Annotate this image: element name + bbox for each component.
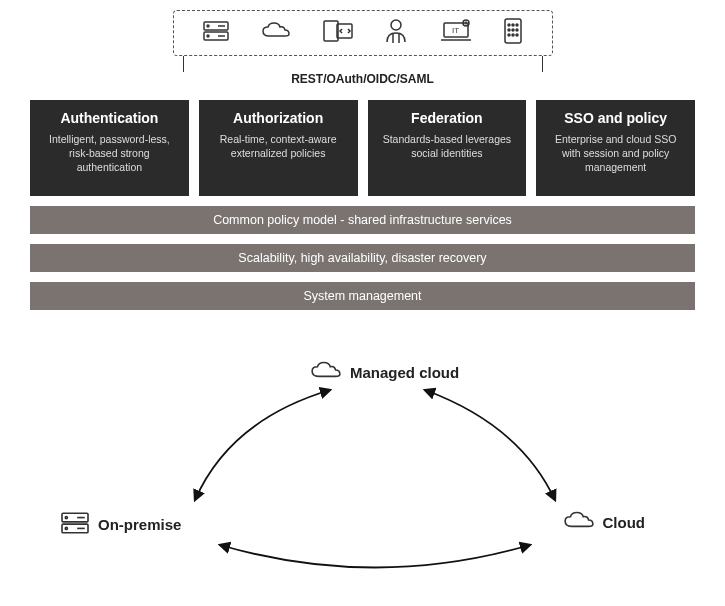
svg-point-20 <box>508 29 510 31</box>
user-icon <box>384 18 408 48</box>
svg-point-3 <box>207 35 209 37</box>
svg-point-17 <box>508 24 510 26</box>
svg-point-19 <box>516 24 518 26</box>
card-title: Authentication <box>40 110 179 126</box>
svg-rect-6 <box>324 21 338 41</box>
bar-policy-model: Common policy model - shared infrastruct… <box>30 206 695 234</box>
card-desc: Standards-based leverages social identit… <box>378 132 517 160</box>
capability-cards: Authentication Intelligent, password-les… <box>30 100 695 196</box>
deployment-diagram: Managed cloud On-premise Cloud <box>30 360 695 590</box>
card-title: SSO and policy <box>546 110 685 126</box>
node-label: Cloud <box>603 514 646 531</box>
node-on-premise: On-premise <box>60 510 181 539</box>
svg-point-28 <box>65 517 67 519</box>
svg-point-29 <box>65 527 67 529</box>
card-desc: Enterprise and cloud SSO with session an… <box>546 132 685 175</box>
svg-point-2 <box>207 25 209 27</box>
card-sso-policy: SSO and policy Enterprise and cloud SSO … <box>536 100 695 196</box>
deployment-arrows <box>30 360 695 590</box>
card-desc: Intelligent, password-less, risk-based s… <box>40 132 179 175</box>
it-laptop-icon: IT <box>440 19 472 47</box>
bar-sysmgmt: System management <box>30 282 695 310</box>
svg-point-18 <box>512 24 514 26</box>
cloud-icon <box>261 21 291 45</box>
node-managed-cloud: Managed cloud <box>310 360 459 385</box>
svg-text:IT: IT <box>452 26 459 35</box>
svg-point-21 <box>512 29 514 31</box>
svg-point-8 <box>391 20 401 30</box>
card-federation: Federation Standards-based leverages soc… <box>368 100 527 196</box>
card-title: Authorization <box>209 110 348 126</box>
protocols-label: REST/OAuth/OIDC/SAML <box>173 72 553 86</box>
bar-scalability: Scalability, high availability, disaster… <box>30 244 695 272</box>
server-icon <box>203 19 229 47</box>
protocols-rail: REST/OAuth/OIDC/SAML <box>173 56 553 86</box>
node-label: On-premise <box>98 516 181 533</box>
card-desc: Real-time, context-aware externalized po… <box>209 132 348 160</box>
node-cloud: Cloud <box>563 510 646 535</box>
code-window-icon <box>323 19 353 47</box>
client-types-strip: IT <box>173 10 553 56</box>
mobile-grid-icon <box>504 18 522 48</box>
cloud-icon <box>563 510 595 535</box>
svg-point-22 <box>516 29 518 31</box>
svg-point-24 <box>512 34 514 36</box>
cloud-icon <box>310 360 342 385</box>
card-authentication: Authentication Intelligent, password-les… <box>30 100 189 196</box>
server-icon <box>60 510 90 539</box>
svg-point-25 <box>516 34 518 36</box>
card-title: Federation <box>378 110 517 126</box>
svg-point-23 <box>508 34 510 36</box>
node-label: Managed cloud <box>350 364 459 381</box>
card-authorization: Authorization Real-time, context-aware e… <box>199 100 358 196</box>
architecture-diagram: IT REST/OAuth/OIDC/SAML Authentication I… <box>0 0 725 606</box>
